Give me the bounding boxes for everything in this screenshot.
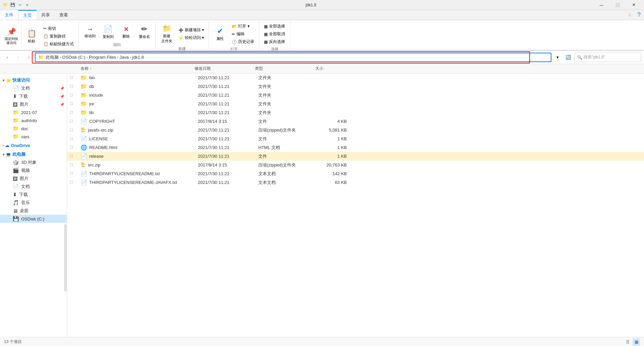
sidebar-item-music[interactable]: 🎵 音乐 (0, 199, 67, 207)
file-type: 文件夹 (258, 101, 319, 107)
ribbon-collapse-icon[interactable]: ∧ (628, 11, 632, 19)
list-view-button[interactable]: ☰ (624, 338, 631, 346)
maximize-button[interactable]: ⬜ (610, 0, 625, 10)
delete-button[interactable]: ✕ 删除 (118, 24, 135, 40)
tab-file[interactable]: 文件 (0, 10, 18, 20)
edit-button[interactable]: ✏ 编辑 (230, 31, 256, 38)
sidebar-item-desktop[interactable]: 🖥 桌面 (0, 207, 67, 215)
new-item-button[interactable]: ➕ 新建项目 ▾ (176, 27, 206, 34)
row-checkbox[interactable]: ☐ (70, 76, 80, 80)
row-checkbox[interactable]: ☐ (70, 145, 80, 150)
new-folder-button[interactable]: 📁 新建文件夹 (158, 23, 175, 45)
pin-to-quick-access-button[interactable]: 📌 固定到快速访问 (3, 26, 20, 46)
table-row[interactable]: ☐ 🗜 src.zip 2017/9/14 3:15 压缩(zipped)文件夹… (67, 161, 644, 169)
sidebar-item-3d-objects[interactable]: 🎲 3D 对象 (0, 158, 67, 166)
file-name: 📄 LICENSE (80, 136, 198, 142)
minimize-button[interactable]: — (594, 0, 609, 10)
refresh-button[interactable]: 🔄 (564, 53, 573, 62)
sidebar-item-pictures[interactable]: 🖼 图片 📌 (0, 100, 67, 108)
file-type: 文本文档 (258, 180, 319, 186)
copy-path-button[interactable]: 📋 复制路径 (41, 33, 76, 40)
up-button[interactable]: ↑ (24, 53, 34, 62)
close-button[interactable]: ✕ (626, 0, 641, 10)
table-row[interactable]: ☐ 📄 release 2021/7/30 11:21 文件 1 KB (67, 152, 644, 161)
sidebar-item-authinfo[interactable]: 📁 authInfo (0, 116, 67, 125)
invert-selection-button[interactable]: ▦ 反向选择 (262, 38, 287, 45)
onedrive-header[interactable]: › ☁ OneDrive (0, 142, 67, 149)
row-checkbox[interactable]: ☐ (70, 128, 80, 132)
file-date: 2021/7/30 11:21 (198, 180, 258, 185)
file-name: 📁 include (80, 92, 198, 98)
sidebar-item-vars[interactable]: 📁 vars (0, 133, 67, 141)
downloads-icon: ⬇ (13, 192, 17, 198)
properties-button[interactable]: ✔ 属性 (212, 26, 228, 43)
move-to-button[interactable]: → 移动到 (82, 24, 98, 40)
col-header-date[interactable]: 修改日期 (192, 66, 252, 71)
file-type: 文本文档 (258, 171, 319, 177)
ribbon: 文件 主页 共享 查看 ∧ ? 📌 固定到快速访问 (0, 10, 644, 51)
search-box[interactable]: 🔍 搜索"jdk1.8" (574, 53, 641, 62)
select-all-icon: ▦ (264, 24, 268, 29)
file-name: 🌐 README.html (80, 144, 198, 151)
row-checkbox[interactable]: ☐ (70, 110, 80, 115)
row-checkbox[interactable]: ☐ (70, 171, 80, 176)
paste-shortcut-button[interactable]: 📋 粘贴快捷方式 (41, 41, 76, 48)
deselect-all-button[interactable]: ▦ 全部取消 (262, 31, 287, 38)
sidebar-item-downloads[interactable]: ⬇ 下载 📌 (0, 92, 67, 100)
new-item-icon: ➕ (178, 28, 183, 33)
row-checkbox[interactable]: ☐ (70, 84, 80, 89)
tab-share[interactable]: 共享 (37, 10, 55, 20)
file-size: 5,081 KB (319, 128, 352, 133)
table-row[interactable]: ☐ 📄 COPYRIGHT 2017/9/14 3:15 文件 4 KB (67, 117, 644, 126)
edit-icon: ✏ (232, 32, 235, 37)
table-row[interactable]: ☐ 📁 db 2021/7/30 11:21 文件夹 (67, 82, 644, 91)
help-icon[interactable]: ? (637, 11, 641, 18)
forward-button[interactable]: › (13, 53, 23, 62)
sidebar-item-doc[interactable]: 📁 doc (0, 125, 67, 133)
easy-access-button[interactable]: ⚡ 轻松访问 ▾ (176, 34, 206, 41)
sidebar-item-downloads-pc[interactable]: ⬇ 下载 (0, 191, 67, 199)
sidebar-item-documents[interactable]: 📄 文档 📌 (0, 84, 67, 92)
address-bar[interactable]: 📁 此电脑 › OSDisk (C:) › Program Files › Ja… (35, 53, 551, 62)
file-icon: 🗜 (80, 127, 86, 133)
tab-view[interactable]: 查看 (55, 10, 73, 20)
col-header-name[interactable]: 名称 ↑ (78, 66, 192, 71)
tab-home[interactable]: 主页 (18, 10, 37, 20)
row-checkbox[interactable]: ☐ (70, 137, 80, 141)
table-row[interactable]: ☐ 📁 include 2021/7/30 11:21 文件夹 (67, 91, 644, 100)
history-button[interactable]: 🕐 历史记录 (230, 38, 256, 45)
table-row[interactable]: ☐ 📄 LICENSE 2021/7/30 11:21 文件 1 KB (67, 135, 644, 143)
col-header-size[interactable]: 大小 (313, 66, 346, 71)
rename-button[interactable]: ✏ 重命名 (136, 23, 153, 41)
row-checkbox[interactable]: ☐ (70, 180, 80, 185)
table-row[interactable]: ☐ 📄 THIRDPARTYLICENSEREADME-JAVAFX.txt 2… (67, 178, 644, 187)
open-button[interactable]: 📂 打开 ▾ (230, 23, 256, 30)
row-checkbox[interactable]: ☐ (70, 102, 80, 106)
quick-access-header[interactable]: ▾ ⭐ 快速访问 (0, 76, 67, 84)
address-dropdown-button[interactable]: ▾ (553, 53, 562, 62)
back-button[interactable]: ‹ (3, 53, 12, 62)
sidebar-item-2021-07[interactable]: 📁 2021-07 (0, 108, 67, 116)
row-checkbox[interactable]: ☐ (70, 119, 80, 123)
table-row[interactable]: ☐ 📁 lib 2021/7/30 11:21 文件夹 (67, 108, 644, 117)
row-checkbox[interactable]: ☐ (70, 163, 80, 167)
sidebar-item-pictures-pc[interactable]: 🖼 图片 (0, 175, 67, 183)
table-row[interactable]: ☐ 📁 bin 2021/7/30 11:21 文件夹 (67, 73, 644, 82)
row-checkbox[interactable]: ☐ (70, 93, 80, 97)
table-row[interactable]: ☐ 📄 THIRDPARTYLICENSEREADME.txt 2021/7/3… (67, 169, 644, 178)
table-row[interactable]: ☐ 📁 jre 2021/7/30 11:21 文件夹 (67, 100, 644, 108)
row-checkbox[interactable]: ☐ (70, 154, 80, 158)
sidebar-item-documents-pc[interactable]: 📄 文档 (0, 183, 67, 191)
sidebar-item-osdisk[interactable]: 💾 OSDisk (C:) (0, 215, 67, 223)
detail-view-button[interactable]: ▦ (633, 338, 640, 346)
copy-to-button[interactable]: 📄 复制到 (100, 23, 116, 41)
select-all-button[interactable]: ▦ 全部选择 (262, 23, 287, 30)
paste-button[interactable]: 📋 粘贴 (23, 28, 40, 45)
table-row[interactable]: ☐ 🌐 README.html 2021/7/30 11:21 HTML 文档 … (67, 143, 644, 152)
sidebar-item-videos[interactable]: 🎬 视频 (0, 166, 67, 175)
col-header-type[interactable]: 类型 (252, 66, 313, 71)
this-pc-header[interactable]: ▾ 💻 此电脑 (0, 150, 67, 158)
copy-icon: 📋 (43, 34, 48, 39)
table-row[interactable]: ☐ 🗜 javafx-src.zip 2021/7/30 11:21 压缩(zi… (67, 126, 644, 135)
cut-button[interactable]: ✂ 剪切 (41, 25, 76, 32)
